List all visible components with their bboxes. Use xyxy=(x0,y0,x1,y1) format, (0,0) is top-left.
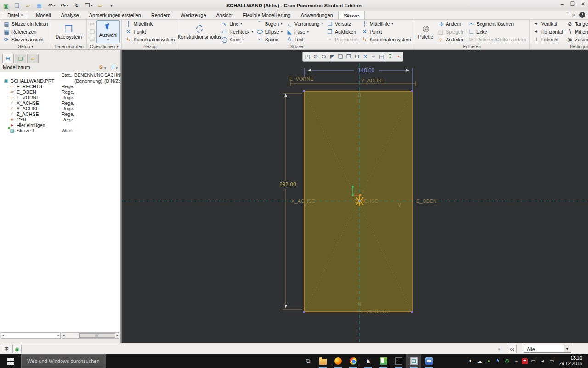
group-label-skizze[interactable]: Skizze xyxy=(178,44,414,49)
spline-button[interactable]: ∼Spline xyxy=(255,36,284,44)
chevron-down-icon[interactable]: ▾ xyxy=(242,38,244,41)
tree-item-e-oben[interactable]: ▱E_OBENRege... xyxy=(0,89,120,95)
zoom-window-button[interactable]: ◳ xyxy=(303,52,311,61)
favorites-tab[interactable]: ▱ xyxy=(27,54,39,63)
refit-button[interactable]: ◩ xyxy=(328,52,336,61)
aufdicken-button[interactable]: ❒Aufdicken xyxy=(325,28,360,36)
chevron-down-icon[interactable]: ▾ xyxy=(307,30,309,34)
aufteilen-button[interactable]: ⊹Aufteilen xyxy=(435,36,466,44)
show-desktop-button[interactable] xyxy=(586,354,588,368)
text-button[interactable]: AText xyxy=(284,36,325,44)
tree-name-scrollbar[interactable]: ◂ ▸ xyxy=(1,332,61,339)
annotation-display-button[interactable]: ▤ xyxy=(378,52,386,61)
copy-icon-button[interactable]: ❏ xyxy=(88,28,96,35)
chevron-down-icon[interactable]: ▾ xyxy=(116,66,118,69)
x-achse-tag[interactable]: X_ACHSE xyxy=(291,198,315,204)
ellipse-button[interactable]: Ellipse▾ xyxy=(255,28,284,36)
tab-analyse[interactable]: Analyse xyxy=(56,11,84,19)
taskbar-app-video-app[interactable] xyxy=(421,354,436,368)
tree-item-y-achse[interactable]: ∕Y_ACHSERege... xyxy=(0,106,120,111)
tab-anwendungen[interactable]: Anwendungen xyxy=(296,11,338,19)
tab-flexible-modellierung[interactable]: Flexible Modellierung xyxy=(238,11,296,19)
punkt-button[interactable]: ✕Punkt xyxy=(360,28,413,36)
group-label-operationen[interactable]: Operationen▾ xyxy=(87,44,122,49)
chevron-down-icon[interactable]: ▾ xyxy=(281,22,283,26)
tab-rendern[interactable]: Rendern xyxy=(146,11,175,19)
mittellinie-button[interactable]: ┆Mittellinie xyxy=(123,20,176,28)
repaint-button[interactable]: ❏ xyxy=(336,52,345,61)
tray-volume-icon[interactable]: ◄ xyxy=(539,357,546,365)
scroll-left-icon[interactable]: ◂ xyxy=(2,334,4,337)
e-oben-tag[interactable]: E_OBEN xyxy=(416,198,437,204)
start-button[interactable] xyxy=(0,354,21,368)
koordinatensystem-button[interactable]: ↳Koordinatensystem xyxy=(123,36,176,44)
browser-toggle-button[interactable]: ◉ xyxy=(12,345,22,353)
palette-button[interactable]: Palette xyxy=(416,20,435,43)
chevron-down-icon[interactable]: ▼ xyxy=(564,345,571,352)
skizzenansicht-button[interactable]: ⟳Skizzenansicht xyxy=(1,36,50,44)
width-dimension[interactable]: 148.00 xyxy=(304,67,412,91)
taskbar-clock[interactable]: 13:10 29.12.2015 xyxy=(559,356,582,367)
taskbar-app-office-app[interactable] xyxy=(376,354,391,368)
e-vorne-tag[interactable]: E_VORNE xyxy=(289,76,314,81)
group-label-setup[interactable]: Setup▾ xyxy=(0,44,51,49)
bogen-button[interactable]: ⌒Bogen▾ xyxy=(255,20,284,28)
tab-datei[interactable]: Datei▾ xyxy=(2,11,28,19)
taskbar-app-file-explorer[interactable] xyxy=(315,354,330,368)
height-dimension-value[interactable]: 297.00 xyxy=(279,181,296,188)
mittenpunkt-button[interactable]: ∖Mittenpunkt xyxy=(565,28,588,36)
tree-item-e-rechts[interactable]: ▱E_RECHTSRege... xyxy=(0,84,120,89)
group-label-bedingung-definieren[interactable]: Bedingung definieren▾ xyxy=(530,44,588,49)
taskbar-app-dark-app[interactable]: ♞ xyxy=(361,354,376,368)
rotieren-größe-ändern-button[interactable]: ⟳Rotieren/Größe ändern xyxy=(466,36,528,44)
referenzen-button[interactable]: ▦Referenzen xyxy=(1,28,50,36)
sketch-display-button[interactable]: ⌁ xyxy=(394,52,402,61)
ecke-button[interactable]: ∟Ecke xyxy=(466,28,528,36)
display-style-button[interactable]: ❐ xyxy=(345,52,353,61)
group-label-bezug[interactable]: Bezug xyxy=(122,44,178,49)
close-icon[interactable]: ✕ xyxy=(581,1,585,7)
task-view-button[interactable]: ⧉ xyxy=(301,354,315,368)
group-label-daten-abrufen[interactable]: Daten abrufen xyxy=(51,44,86,49)
origin-csys-icon[interactable] xyxy=(355,196,365,206)
tab-ansicht[interactable]: Ansicht xyxy=(211,11,238,19)
plane-tag-display-button[interactable]: ⌖ xyxy=(369,52,378,61)
chevron-down-icon[interactable]: ▾ xyxy=(251,30,253,34)
scroll-right-icon[interactable]: ▸ xyxy=(116,334,118,337)
saved-views-button[interactable]: ⊡ xyxy=(353,52,361,61)
taskbar-app-chrome[interactable] xyxy=(345,354,361,368)
vertikal-button[interactable]: +Vertikal xyxy=(531,20,565,28)
minimize-icon[interactable]: – xyxy=(561,1,564,7)
paste-icon-button[interactable]: ❒ xyxy=(88,35,96,43)
koordinatensystem-button[interactable]: ↳Koordinatensystem xyxy=(360,36,413,44)
group-label-editieren[interactable]: Editieren xyxy=(414,44,529,49)
tree-columns-button[interactable]: ≣▾ xyxy=(109,64,118,70)
zoom-out-button[interactable]: ⊖ xyxy=(320,52,328,61)
datum-display-button[interactable]: ✕ xyxy=(361,52,369,61)
versatz-button[interactable]: ❏Versatz xyxy=(325,20,360,28)
tree-item-skizze-1[interactable]: ▨Skizze 1Wird ... xyxy=(0,128,120,133)
tray-avira-icon[interactable]: ☂ xyxy=(522,358,528,364)
tree-item-e-vorne[interactable]: ▱E_VORNERege... xyxy=(0,95,120,100)
tree-item-schallwand-prt[interactable]: ▣SCHALLWAND.PRT(Benennung)(DIN/Zchn xyxy=(0,78,120,84)
tree-item-z-achse[interactable]: ∕Z_ACHSERege... xyxy=(0,111,120,117)
column-benennung[interactable]: BENENNUNG xyxy=(74,73,104,78)
tree-data-scrollbar[interactable]: ◂ |||| ▸ xyxy=(62,332,119,339)
y-achse-tag[interactable]: Y_ACHSE xyxy=(361,78,384,83)
spiegeln-button[interactable]: ◫Spiegeln xyxy=(435,28,466,36)
chevron-down-icon[interactable]: ▾ xyxy=(391,22,393,26)
tree-filters-button[interactable]: ⚙▾ xyxy=(98,64,106,70)
collapse-ribbon-icon[interactable]: ˆ xyxy=(566,12,568,17)
tree-item-hier-einfügen[interactable]: ➤Hier einfügen xyxy=(0,122,120,128)
punkt-button[interactable]: ✕Punkt xyxy=(123,28,176,36)
tab-skizze[interactable]: Skizze xyxy=(338,11,365,19)
scroll-right-icon[interactable]: ▸ xyxy=(57,334,59,337)
tray-tray-blue-icon[interactable]: ⚑ xyxy=(494,357,502,365)
taskbar-search-input[interactable]: Web und Windows durchsuchen xyxy=(21,354,106,368)
konstruktionsmodus-button[interactable]: Konstruktionsmodus xyxy=(180,20,219,43)
chevron-down-icon[interactable]: ▾ xyxy=(321,22,323,26)
tree-item-cs0[interactable]: ✳CS0Rege... xyxy=(0,117,120,122)
segment-löschen-button[interactable]: ✂Segment löschen xyxy=(466,20,528,28)
model-tree-tab[interactable]: ⊞ xyxy=(2,54,14,63)
tangential-button[interactable]: ⊘Tangential xyxy=(565,20,588,28)
